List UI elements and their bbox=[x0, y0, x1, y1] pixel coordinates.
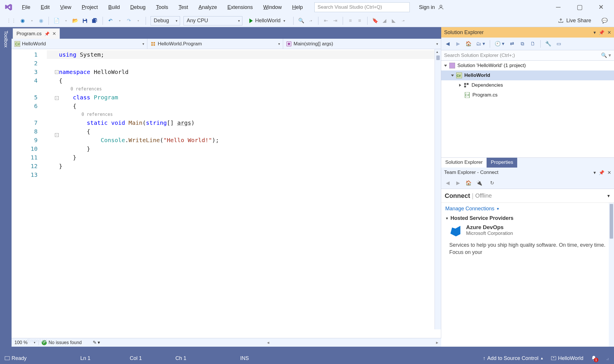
hosted-providers-header[interactable]: ▼ Hosted Service Providers bbox=[445, 215, 610, 221]
code-line[interactable]: { bbox=[47, 76, 441, 85]
nav-class-combo[interactable]: HelloWorld.Program bbox=[147, 39, 283, 49]
pin-icon[interactable]: 📌 bbox=[599, 30, 604, 35]
vertical-scrollbar[interactable] bbox=[435, 49, 441, 329]
close-tab-icon[interactable]: ✕ bbox=[52, 31, 56, 36]
status-ins[interactable]: INS bbox=[240, 355, 249, 361]
tree-node-deps[interactable]: Dependencies bbox=[441, 80, 614, 90]
close-panel-icon[interactable]: ✕ bbox=[607, 170, 611, 175]
fold-toggle[interactable]: − bbox=[55, 96, 59, 100]
se-back-button[interactable]: ◀ bbox=[444, 40, 452, 48]
menu-project[interactable]: Project bbox=[77, 3, 103, 12]
codelens-references[interactable]: 0 references bbox=[47, 110, 441, 118]
new-dropdown[interactable]: ▾ bbox=[62, 17, 70, 25]
tree-node-file[interactable]: C#Program.cs bbox=[441, 90, 614, 100]
maximize-button[interactable]: ▢ bbox=[576, 4, 583, 10]
pin-icon[interactable]: 📌 bbox=[599, 170, 604, 175]
tree-node-project[interactable]: C#HelloWorld bbox=[441, 70, 614, 80]
expand-icon[interactable] bbox=[459, 84, 461, 87]
fold-toggle[interactable]: − bbox=[55, 70, 59, 74]
menu-tools[interactable]: Tools bbox=[151, 3, 173, 12]
code-editor[interactable]: 12345678910111213 using System;namespace… bbox=[12, 49, 441, 338]
close-button[interactable]: ✕ bbox=[598, 4, 604, 10]
menu-extensions[interactable]: Extensions bbox=[222, 3, 258, 12]
next-bookmark-button[interactable]: ◣ bbox=[390, 17, 398, 25]
menu-edit[interactable]: Edit bbox=[36, 3, 55, 12]
h-scroll-left[interactable]: ◂ bbox=[267, 340, 269, 345]
fold-toggle[interactable]: − bbox=[55, 133, 59, 137]
undo-dropdown[interactable]: ▾ bbox=[116, 17, 124, 25]
te-back-button[interactable]: ◀ bbox=[444, 179, 452, 187]
menu-help[interactable]: Help bbox=[287, 3, 308, 12]
publish-button[interactable]: HelloWorld bbox=[551, 355, 583, 361]
azure-devops-card[interactable]: Azure DevOps Microsoft Corporation bbox=[449, 224, 610, 237]
redo-button[interactable]: ↷ bbox=[125, 17, 133, 25]
te-forward-button[interactable]: ▶ bbox=[454, 179, 462, 187]
status-line[interactable]: Ln 1 bbox=[80, 355, 90, 361]
code-line[interactable]: static void Main(string[] args) bbox=[47, 118, 441, 127]
health-indicator[interactable]: ✎ ▾ bbox=[93, 340, 100, 345]
resize-grip-icon[interactable] bbox=[604, 356, 609, 361]
code-line[interactable] bbox=[47, 170, 441, 179]
open-file-button[interactable]: 📂 bbox=[71, 17, 79, 25]
run-button[interactable]: HelloWorld ▾ bbox=[247, 18, 287, 24]
tree-node-solution[interactable]: Solution 'HelloWorld' (1 project) bbox=[441, 61, 614, 70]
code-line[interactable]: class Program bbox=[47, 93, 441, 102]
menu-view[interactable]: View bbox=[55, 3, 77, 12]
find-in-files-button[interactable]: 🔍 bbox=[297, 17, 305, 25]
undo-button[interactable]: ↶ bbox=[106, 17, 114, 25]
forward-button[interactable]: ◉ bbox=[37, 17, 45, 25]
menu-window[interactable]: Window bbox=[258, 3, 287, 12]
te-connect-button[interactable]: 🔌 bbox=[475, 179, 483, 187]
feedback-button[interactable]: 💬 bbox=[600, 17, 609, 25]
status-col[interactable]: Col 1 bbox=[130, 355, 142, 361]
code-line[interactable]: using System; bbox=[47, 50, 441, 59]
se-forward-button[interactable]: ▶ bbox=[454, 40, 462, 48]
expand-icon[interactable] bbox=[451, 75, 454, 77]
tab-properties[interactable]: Properties bbox=[487, 158, 517, 168]
toolbox-tab[interactable]: Toolbox bbox=[0, 27, 12, 347]
code-line[interactable]: } bbox=[47, 162, 441, 170]
code-line[interactable]: { bbox=[47, 102, 441, 110]
vertical-scrollbar[interactable] bbox=[609, 203, 614, 347]
code-line[interactable]: Console.WriteLine("Hello World!"); bbox=[47, 136, 441, 144]
menu-build[interactable]: Build bbox=[103, 3, 125, 12]
expand-icon[interactable] bbox=[444, 65, 447, 67]
menu-file[interactable]: File bbox=[17, 3, 36, 12]
tab-solution-explorer[interactable]: Solution Explorer bbox=[441, 158, 487, 168]
connect-header[interactable]: Connect | Offline ▼ bbox=[441, 189, 614, 203]
chevron-down-icon[interactable]: ▼ bbox=[606, 194, 611, 198]
code-line[interactable]: } bbox=[47, 153, 441, 162]
platform-combo[interactable]: Any CPU bbox=[183, 16, 242, 25]
se-pending-button[interactable]: 🕘 ▾ bbox=[494, 40, 506, 48]
se-collapse-button[interactable]: ⧉ bbox=[518, 40, 526, 48]
se-preview-button[interactable]: ▭ bbox=[555, 40, 563, 48]
code-line[interactable] bbox=[47, 59, 441, 68]
h-scroll-right[interactable]: ▸ bbox=[436, 340, 438, 345]
signin-button[interactable]: Sign in bbox=[419, 4, 444, 10]
config-combo[interactable]: Debug bbox=[151, 16, 180, 25]
liveshare-button[interactable]: Live Share bbox=[558, 18, 591, 24]
se-home-button[interactable]: 🏠 bbox=[464, 40, 473, 48]
bookmark-button[interactable]: 🔖 bbox=[371, 17, 379, 25]
prev-bookmark-button[interactable]: ◢ bbox=[381, 17, 389, 25]
search-input[interactable]: Search Visual Studio (Ctrl+Q) bbox=[314, 2, 410, 12]
code-line[interactable]: { bbox=[47, 127, 441, 136]
toolbar-overflow-1[interactable]: ₊▾ bbox=[307, 17, 315, 25]
menu-analyze[interactable]: Analyze bbox=[193, 3, 222, 12]
back-dropdown[interactable]: ▾ bbox=[28, 17, 36, 25]
manage-connections-link[interactable]: Manage Connections ▼ bbox=[445, 206, 610, 212]
error-list-tab[interactable]: Error List bbox=[23, 336, 52, 347]
source-control-button[interactable]: ↑ Add to Source Control ▲ bbox=[483, 355, 543, 361]
se-show-all-button[interactable]: 🗋 bbox=[529, 40, 537, 48]
nav-project-combo[interactable]: C# HelloWorld bbox=[12, 39, 147, 49]
menu-test[interactable]: Test bbox=[173, 3, 193, 12]
se-sync-button[interactable]: ⇄ bbox=[508, 40, 516, 48]
panel-dropdown-icon[interactable]: ▾ bbox=[593, 170, 596, 175]
back-button[interactable]: ◉ bbox=[18, 17, 27, 25]
pin-icon[interactable]: 📌 bbox=[44, 31, 49, 36]
se-switch-views-button[interactable]: 🗂 ▾ bbox=[475, 40, 486, 48]
minimize-button[interactable]: ─ bbox=[555, 4, 561, 10]
codelens-references[interactable]: 0 references bbox=[47, 85, 441, 93]
solution-search-input[interactable]: Search Solution Explorer (Ctrl+;) 🔍 ▾ bbox=[441, 50, 614, 61]
toolbar-overflow-2[interactable]: ₊▾ bbox=[399, 17, 407, 25]
